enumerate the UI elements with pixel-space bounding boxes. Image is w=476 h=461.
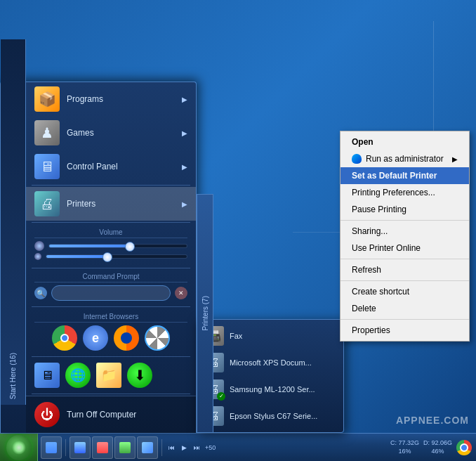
- download-arrow-icon[interactable]: ⬇: [127, 363, 152, 388]
- volume-track-2[interactable]: [46, 254, 187, 259]
- sidebar-item-games[interactable]: ♟ Games ▶: [26, 116, 196, 150]
- volume-thumb-2[interactable]: [103, 252, 112, 262]
- taskbar-apps-btn[interactable]: [92, 436, 113, 459]
- volume-knob-icon: [34, 241, 44, 251]
- safari-browser-icon[interactable]: [145, 325, 170, 351]
- ctx-createshortcut[interactable]: Create shortcut: [341, 283, 469, 300]
- ctx-printingprefs-label: Printing Preferences...: [352, 188, 435, 197]
- start-orb: [6, 435, 32, 460]
- taskbar-calendar-icon: [119, 442, 131, 453]
- ctx-delete[interactable]: Delete: [341, 300, 469, 317]
- drive-d-label: D: 92.06G: [423, 439, 452, 448]
- ctx-sep-1: [341, 220, 469, 221]
- ctx-runas[interactable]: Run as administrator ▶: [341, 150, 469, 167]
- ctx-refresh[interactable]: Refresh: [341, 261, 469, 278]
- volume-thumb-1[interactable]: [125, 242, 135, 252]
- printer-item-xps[interactable]: 🖨 Microsoft XPS Docum...: [197, 349, 343, 376]
- cmd-input-row: 🔍 ✕: [34, 285, 187, 301]
- taskbar-weather-btn[interactable]: [137, 436, 158, 459]
- drive-d-pct: 46%: [423, 448, 452, 456]
- globe-icon[interactable]: 🌐: [65, 363, 91, 388]
- cmd-search-input[interactable]: [51, 285, 171, 301]
- start-menu: Start Here (16) 📦 Programs ▶ ♟ Games ▶ 🖥…: [0, 82, 197, 433]
- media-next-btn[interactable]: ⏭: [191, 442, 202, 453]
- firefox-browser-icon[interactable]: [114, 325, 139, 351]
- chrome-browser-icon[interactable]: [52, 325, 77, 351]
- taskbar-network-btn[interactable]: [70, 436, 91, 459]
- media-play-btn[interactable]: ▶: [178, 442, 190, 453]
- bottom-icons-row: 🖥 🌐 📁 ⬇: [26, 358, 196, 392]
- drive-d-info: D: 92.06G 46%: [423, 439, 452, 455]
- command-prompt-label: Command Prompt: [34, 273, 187, 283]
- cmd-clear-button[interactable]: ✕: [175, 287, 187, 299]
- ctx-pauseprinting[interactable]: Pause Printing: [341, 201, 469, 218]
- printers-icon: 🖨: [34, 191, 60, 216]
- taskbar-network-icon: [74, 442, 86, 453]
- start-button[interactable]: [0, 434, 38, 462]
- controlpanel-arrow-icon: ▶: [182, 163, 187, 171]
- ctx-sharing[interactable]: Sharing...: [341, 223, 469, 240]
- drive-c-pct: 16%: [390, 448, 419, 456]
- volume-track-1[interactable]: [48, 244, 187, 248]
- taskbar-items: ⏮ ▶ ⏭ +50: [38, 436, 386, 459]
- ctx-sep-3: [341, 280, 469, 281]
- watermark: APPNEE.COM: [396, 415, 469, 426]
- printers-submenu-label: Printers (7): [201, 296, 209, 330]
- turnoff-button[interactable]: ⏻ Turn Off Computer: [26, 396, 196, 433]
- taskbar-chrome-icon[interactable]: [456, 440, 472, 455]
- ctx-runas-arrow-icon: ▶: [452, 155, 458, 163]
- fax-label: Fax: [230, 332, 242, 340]
- printers-arrow-icon: ▶: [182, 200, 187, 208]
- volume-label: Volume: [34, 228, 187, 238]
- divider-4: [32, 306, 190, 307]
- volume-slider-row-1: [34, 241, 187, 251]
- games-icon: ♟: [34, 120, 60, 145]
- games-label: Games: [67, 128, 94, 138]
- ctx-sep-2: [341, 259, 469, 259]
- taskbar-divider-1: [65, 439, 66, 456]
- volume-slider-row-2: [34, 253, 187, 260]
- ctx-setdefault[interactable]: Set as Default Printer: [341, 167, 469, 184]
- printer-item-epson[interactable]: 🖨 Epson Stylus C67 Serie...: [197, 403, 343, 429]
- divider-1: [32, 185, 190, 186]
- taskbar-calendar-btn[interactable]: [114, 436, 135, 459]
- ctx-properties[interactable]: Properties: [341, 322, 469, 339]
- printer-item-fax[interactable]: 📠 Fax: [197, 323, 343, 349]
- divider-2: [32, 222, 190, 223]
- printer-item-samsung[interactable]: 🖨 ✓ Samsung ML-1200 Ser...: [197, 376, 343, 403]
- xps-label: Microsoft XPS Docum...: [230, 358, 312, 367]
- turnoff-label: Turn Off Computer: [67, 410, 136, 420]
- start-here-label: Start Here (16): [9, 353, 17, 399]
- controlpanel-icon: 🖥: [34, 154, 60, 179]
- internet-browsers-section: Internet Browsers e: [26, 309, 196, 355]
- desktop: APPNEE.COM Start Here (16) 📦 Programs ▶ …: [0, 0, 476, 461]
- default-checkmark-icon: ✓: [217, 392, 225, 401]
- taskbar-monitor-btn[interactable]: [41, 436, 62, 459]
- sidebar-item-printers[interactable]: 🖨 Printers ▶: [26, 187, 196, 221]
- ctx-properties-label: Properties: [352, 325, 390, 335]
- sidebar-item-controlpanel[interactable]: 🖥 Control Panel ▶: [26, 150, 196, 183]
- taskbar-weather-icon: [142, 442, 153, 453]
- ctx-open-label: Open: [352, 137, 373, 147]
- context-menu: Open Run as administrator ▶ Set as Defau…: [340, 131, 470, 342]
- taskbar-monitor-icon: [46, 442, 57, 453]
- ctx-refresh-label: Refresh: [352, 265, 381, 275]
- taskbar-apps-icon: [97, 442, 108, 453]
- sidebar-item-programs[interactable]: 📦 Programs ▶: [26, 82, 196, 116]
- epson-label: Epson Stylus C67 Serie...: [230, 412, 317, 420]
- media-prev-btn[interactable]: ⏮: [166, 442, 177, 453]
- ctx-open[interactable]: Open: [341, 134, 469, 150]
- monitor-icon[interactable]: 🖥: [34, 363, 60, 388]
- ie-browser-icon[interactable]: e: [83, 325, 108, 351]
- media-counter: +50: [205, 444, 216, 451]
- ctx-useonline-label: Use Printer Online: [352, 243, 421, 253]
- ctx-delete-label: Delete: [352, 304, 376, 313]
- ctx-printingprefs[interactable]: Printing Preferences...: [341, 184, 469, 201]
- turnoff-icon: ⏻: [34, 402, 60, 427]
- folder-icon[interactable]: 📁: [96, 363, 121, 388]
- divider-5: [32, 356, 190, 357]
- ctx-shield-icon: [352, 154, 362, 164]
- browsers-icons-row: e: [34, 325, 187, 351]
- taskbar: ⏮ ▶ ⏭ +50 C: 77.32G 16% D: 92.06G 46%: [0, 433, 476, 461]
- ctx-useonline[interactable]: Use Printer Online: [341, 240, 469, 257]
